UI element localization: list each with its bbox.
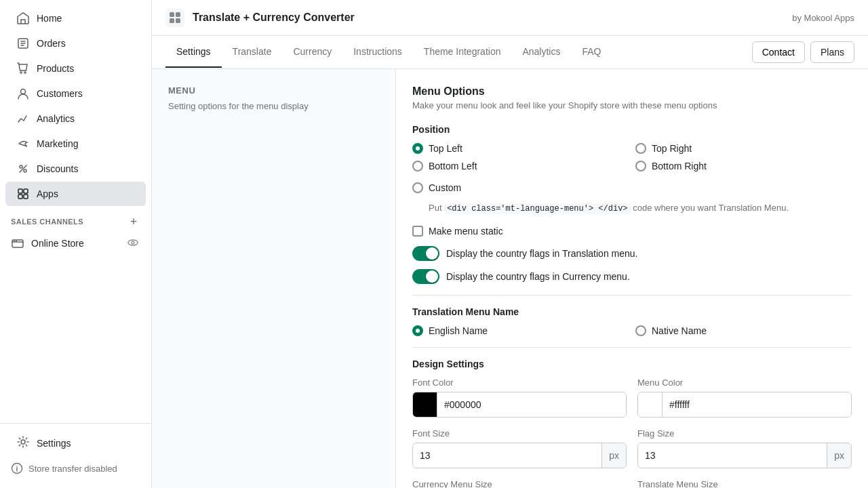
app-by: by Mokool Apps [792, 13, 854, 23]
font-size-input[interactable] [413, 445, 601, 466]
menu-color-label: Menu Color [637, 378, 852, 388]
radio-bottom-left[interactable]: Bottom Left [412, 161, 629, 171]
svg-point-11 [14, 241, 15, 242]
sidebar-item-marketing[interactable]: Marketing [5, 131, 146, 156]
size-grid: Font Size px Flag Size px [412, 428, 852, 468]
settings-icon [16, 435, 30, 451]
radio-top-left[interactable]: Top Left [412, 143, 629, 154]
radio-english-name[interactable]: English Name [412, 325, 629, 336]
radio-bottom-right-input[interactable] [635, 161, 646, 171]
sales-channels-section: SALES CHANNELS + [0, 207, 151, 231]
svg-rect-19 [176, 12, 180, 17]
flag-size-group: Flag Size px [637, 428, 852, 468]
font-size-unit: px [601, 443, 626, 468]
sidebar-item-discounts[interactable]: Discounts [5, 157, 146, 181]
sidebar-item-customers[interactable]: Customers [5, 81, 146, 106]
discounts-icon [16, 162, 30, 176]
menu-color-text[interactable] [663, 392, 851, 417]
eye-icon[interactable] [127, 237, 140, 250]
svg-rect-8 [18, 195, 22, 199]
toggle-translation-flags: Display the country flags in Translation… [412, 246, 852, 261]
radio-top-right-input[interactable] [635, 143, 646, 154]
tab-currency[interactable]: Currency [282, 37, 342, 68]
design-grid: Font Color Menu Color [412, 378, 852, 418]
online-store-label: Online Store [31, 238, 84, 249]
font-color-text[interactable] [437, 392, 626, 417]
app-icon [165, 8, 184, 27]
make-menu-static-checkbox[interactable]: Make menu static [412, 226, 852, 237]
radio-custom-input[interactable] [412, 182, 423, 193]
svg-rect-18 [170, 12, 174, 17]
tab-settings[interactable]: Settings [165, 37, 222, 68]
radio-top-right[interactable]: Top Right [635, 143, 852, 154]
tab-faq[interactable]: FAQ [571, 37, 612, 68]
sidebar-item-label-home: Home [37, 13, 62, 24]
radio-native-name-label: Native Name [652, 325, 707, 336]
store-transfer-label: Store transfer disabled [28, 464, 117, 474]
content-area: MENU Setting options for the menu displa… [152, 69, 868, 488]
font-color-swatch[interactable] [413, 392, 437, 417]
menu-options-title: Menu Options [412, 85, 852, 98]
translation-flags-toggle[interactable] [412, 246, 439, 261]
sidebar-item-apps[interactable]: Apps [5, 182, 146, 206]
currency-menu-size-group: Currency Menu Size px [412, 479, 627, 488]
sidebar-item-settings[interactable]: Settings [5, 430, 146, 456]
radio-custom[interactable]: Custom [412, 182, 852, 193]
font-color-input-wrapper [412, 392, 627, 418]
sidebar-item-label-orders: Orders [37, 38, 66, 49]
svg-rect-7 [24, 189, 28, 193]
radio-bottom-right[interactable]: Bottom Right [635, 161, 852, 171]
tab-analytics[interactable]: Analytics [511, 37, 571, 68]
flag-size-input[interactable] [638, 445, 827, 466]
radio-bottom-left-input[interactable] [412, 161, 423, 171]
sidebar-item-home[interactable]: Home [5, 6, 146, 30]
main: Translate + Currency Converter by Mokool… [152, 0, 868, 488]
svg-rect-20 [170, 18, 174, 23]
currency-flags-toggle[interactable] [412, 269, 439, 284]
svg-point-1 [20, 72, 22, 73]
products-icon [16, 62, 30, 75]
svg-point-4 [20, 165, 22, 168]
menu-color-group: Menu Color [637, 378, 852, 418]
radio-bottom-right-label: Bottom Right [652, 161, 707, 171]
translation-flags-label: Display the country flags in Translation… [446, 248, 637, 259]
contact-button[interactable]: Contact [752, 41, 805, 63]
plans-button[interactable]: Plans [810, 41, 854, 63]
translation-menu-name-title: Translation Menu Name [412, 306, 852, 317]
store-transfer: Store transfer disabled [0, 457, 151, 480]
customers-icon [16, 87, 30, 100]
sidebar-item-orders[interactable]: Orders [5, 31, 146, 56]
radio-native-name[interactable]: Native Name [635, 325, 852, 336]
marketing-icon [16, 137, 30, 150]
sidebar: Home Orders Products Customers Analytics [0, 0, 152, 488]
radio-top-left-input[interactable] [412, 143, 423, 154]
radio-bottom-left-label: Bottom Left [429, 161, 477, 171]
name-radio-group: English Name Native Name [412, 325, 852, 336]
tab-translate[interactable]: Translate [222, 37, 283, 68]
sidebar-item-label-analytics: Analytics [37, 113, 75, 124]
svg-point-15 [21, 440, 25, 444]
sidebar-item-online-store[interactable]: Online Store [0, 231, 151, 256]
app-title: Translate + Currency Converter [193, 12, 784, 24]
topbar: Translate + Currency Converter by Mokool… [152, 0, 868, 36]
sidebar-item-label-customers: Customers [37, 88, 83, 99]
sidebar-item-analytics[interactable]: Analytics [5, 106, 146, 131]
radio-english-name-input[interactable] [412, 325, 423, 336]
settings-label: Settings [37, 438, 71, 449]
svg-rect-6 [18, 189, 22, 193]
svg-point-17 [16, 466, 18, 467]
menu-color-swatch[interactable] [638, 392, 663, 417]
font-size-label: Font Size [412, 428, 627, 439]
tab-theme-integration[interactable]: Theme Integration [413, 37, 512, 68]
tab-instructions[interactable]: Instructions [342, 37, 413, 68]
custom-code-hint: Put <div class='mt-language-menu'> </div… [429, 201, 852, 215]
radio-native-name-input[interactable] [635, 325, 646, 336]
right-panel: Menu Options Make your menu look and fee… [396, 69, 868, 488]
menu-desc: Setting options for the menu display [168, 101, 379, 111]
sidebar-item-products[interactable]: Products [5, 56, 146, 81]
online-store-icon [11, 237, 24, 250]
svg-rect-21 [176, 18, 180, 23]
font-size-input-wrapper: px [412, 443, 627, 468]
make-menu-static-input[interactable] [412, 226, 423, 237]
add-sales-channel-button[interactable]: + [127, 215, 140, 228]
